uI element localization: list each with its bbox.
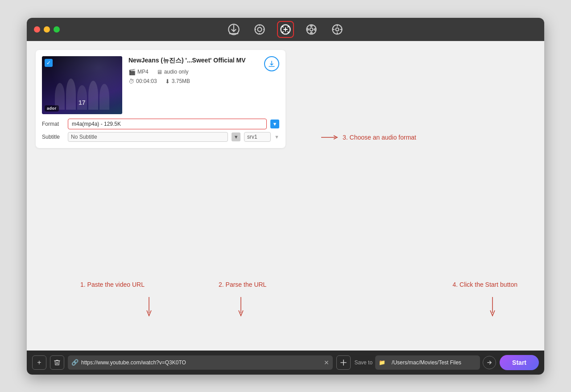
meta-format-audio: 🖥 audio only [157, 69, 189, 75]
video-thumbnail: 17 ✓ ador [42, 56, 122, 114]
nav-icon-disc[interactable] [329, 21, 346, 38]
svg-point-6 [310, 25, 312, 27]
parse-url-arrow [237, 297, 244, 318]
meta-format-video: 🎬 MP4 [128, 69, 149, 75]
parse-button[interactable] [336, 355, 351, 370]
delete-button[interactable] [50, 355, 64, 370]
svg-point-7 [310, 32, 312, 34]
download-size-icon: ⬇ [165, 78, 170, 85]
svg-point-11 [336, 28, 339, 31]
svg-point-2 [257, 27, 261, 31]
url-input-wrap: 🔗 ✕ [68, 355, 333, 370]
start-button-arrow [489, 297, 496, 318]
svg-point-5 [310, 28, 313, 31]
save-to-label: Save to [354, 359, 372, 366]
url-input[interactable] [81, 359, 321, 366]
url-clear-button[interactable]: ✕ [324, 359, 329, 366]
subtitle-track-arrow: ▼ [274, 134, 279, 140]
nav-icons [225, 21, 346, 38]
video-checkbox[interactable]: ✓ [45, 59, 53, 67]
video-title: NewJeans (뉴진스) '...Sweet' Official MV [128, 56, 258, 64]
start-button[interactable]: Start [500, 355, 539, 370]
nav-icon-reel[interactable] [303, 21, 320, 38]
format-row: Format m4a(mp4a) - 129.5K ▼ [42, 119, 279, 129]
content-area: 17 ✓ ador NewJeans (뉴진스) '...Sweet' Offi… [27, 41, 544, 351]
annotation-start-button: 4. Click the Start button [452, 281, 517, 288]
clock-icon: ⏱ [128, 78, 134, 85]
format-select-wrap: m4a(mp4a) - 129.5K ▼ [68, 119, 279, 129]
subtitle-select-arrow: ▼ [232, 132, 240, 141]
subtitle-label: Subtitle [42, 134, 64, 140]
save-to-section: Save to 📁 [354, 355, 496, 370]
traffic-lights [34, 26, 60, 33]
folder-icon: 📁 [379, 359, 385, 366]
video-card: 17 ✓ ador NewJeans (뉴진스) '...Sweet' Offi… [36, 50, 286, 148]
format-label: Format [42, 121, 64, 127]
channel-logo: ador [45, 105, 59, 111]
subtitle-select[interactable]: No Subtitle [68, 132, 228, 142]
url-icon: 🔗 [71, 359, 79, 366]
video-meta-2: ⏱ 00:04:03 ⬇ 3.75MB [128, 78, 258, 85]
format-select[interactable]: m4a(mp4a) - 129.5K [68, 119, 267, 129]
video-info: NewJeans (뉴진스) '...Sweet' Official MV 🎬 … [128, 56, 258, 87]
paste-url-arrow [145, 297, 153, 318]
close-button[interactable] [34, 26, 40, 33]
annotation-parse-url: 2. Parse the URL [219, 281, 266, 288]
video-icon: 🎬 [128, 69, 136, 75]
minimize-button[interactable] [44, 26, 50, 33]
svg-point-8 [307, 29, 309, 30]
meta-filesize: ⬇ 3.75MB [165, 78, 190, 85]
download-button[interactable] [264, 56, 279, 71]
titlebar [27, 18, 544, 41]
maximize-button[interactable] [54, 26, 60, 33]
annotation-audio-format: 3. Choose an audio format [321, 134, 416, 141]
save-go-button[interactable] [483, 356, 496, 369]
video-card-top: 17 ✓ ador NewJeans (뉴진스) '...Sweet' Offi… [42, 56, 279, 114]
save-path-input[interactable] [387, 355, 476, 370]
add-button[interactable]: + [32, 355, 46, 370]
nav-icon-record[interactable] [251, 21, 268, 38]
subtitle-row: Subtitle No Subtitle ▼ srv1 ▼ [42, 132, 279, 142]
annotation-paste-url: 1. Paste the video URL [80, 281, 145, 288]
audio-icon: 🖥 [157, 69, 162, 75]
nav-icon-download[interactable] [225, 21, 242, 38]
svg-point-1 [255, 25, 265, 34]
meta-duration: ⏱ 00:04:03 [128, 78, 157, 85]
format-select-arrow: ▼ [270, 120, 279, 128]
main-window: 17 ✓ ador NewJeans (뉴진스) '...Sweet' Offi… [27, 18, 544, 375]
subtitle-track-select[interactable]: srv1 [244, 132, 271, 142]
svg-point-9 [314, 29, 316, 30]
nav-icon-film[interactable] [277, 21, 294, 38]
video-meta: 🎬 MP4 🖥 audio only [128, 69, 258, 75]
toolbar: + 🔗 ✕ Save to [27, 351, 544, 375]
